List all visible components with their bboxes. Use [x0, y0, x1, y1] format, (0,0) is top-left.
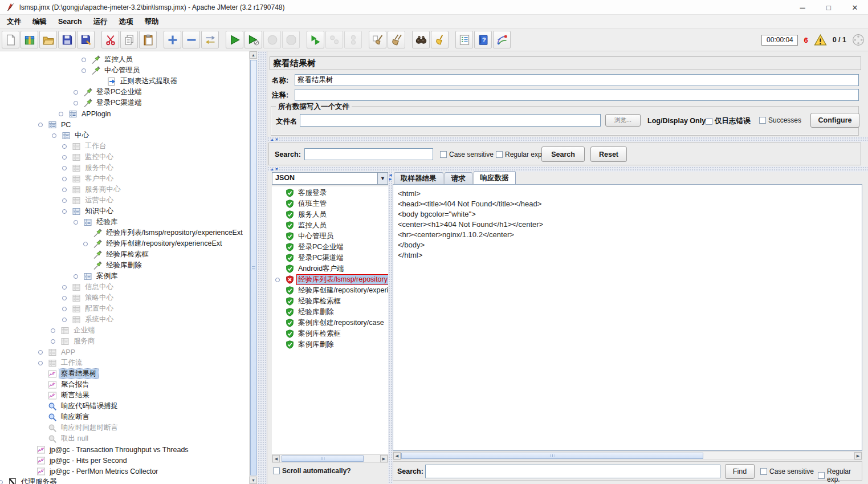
tree-node-label[interactable]: 企业端	[72, 326, 97, 335]
tree-node-label[interactable]: 经验库检索框	[104, 250, 150, 259]
scroll-automatically-checkbox[interactable]: Scroll automatically?	[273, 467, 351, 475]
expand-knob-icon[interactable]	[59, 112, 63, 116]
templates-button[interactable]	[21, 31, 38, 48]
clear-all-button[interactable]	[388, 31, 405, 48]
tree-node-label[interactable]: 策略中心	[83, 293, 115, 303]
tree-node-label[interactable]: 工作台	[83, 141, 108, 151]
results-splitter[interactable]: ◀▶	[388, 171, 393, 484]
tree-node-label[interactable]: 配置中心	[83, 304, 115, 314]
expand-knob-icon[interactable]	[62, 296, 67, 300]
result-node-label[interactable]: 登录PC企业端	[297, 242, 345, 252]
tree-node[interactable]: jp@gc - Transaction Throughput vs Thread…	[0, 444, 249, 455]
expand-knob-icon[interactable]	[62, 318, 67, 322]
scroll-right-icon[interactable]: ▶	[854, 452, 862, 459]
result-node[interactable]: 服务人员	[272, 209, 388, 220]
tree-node-label[interactable]: 案例库	[95, 271, 120, 281]
expand-knob-icon[interactable]	[0, 480, 3, 484]
tree-node[interactable]: 策略中心	[0, 292, 249, 303]
tree-node[interactable]: PC	[0, 119, 249, 130]
tree-node[interactable]: 企业端	[0, 325, 249, 336]
search-button[interactable]	[412, 31, 430, 48]
minimize-button[interactable]: ─	[789, 0, 816, 15]
results-horizontal-scrollbar[interactable]: ◀ ▶	[272, 454, 388, 463]
tree-node[interactable]: 聚合报告	[0, 379, 249, 390]
tree-node-label[interactable]: 经验库	[95, 217, 120, 227]
tree-node[interactable]: 响应代码错误捕捉	[0, 401, 249, 412]
tree-node[interactable]: 经验库检索框	[0, 249, 249, 260]
tree-node-label[interactable]: 响应时间超时断言	[59, 423, 120, 433]
tree-node-label[interactable]: APP	[59, 348, 77, 356]
tree-node-label[interactable]: 断言结果	[59, 391, 91, 400]
tree-node[interactable]: 断言结果	[0, 390, 249, 401]
result-node-label[interactable]: 案例库删除	[297, 340, 335, 349]
tree-node[interactable]: 监控人员	[0, 54, 249, 65]
result-node-label[interactable]: 案例库创建/repository/case	[297, 318, 385, 328]
result-node-label[interactable]: 经验库检索框	[297, 296, 342, 306]
tree-node[interactable]: 经验库创建/repository/experienceExt	[0, 238, 249, 249]
result-node-label[interactable]: 监控人员	[297, 221, 328, 230]
tree-node-label[interactable]: 经验库列表/lsmsp/repository/experienceExt	[104, 228, 244, 238]
expand-knob-icon[interactable]	[83, 242, 88, 246]
tree-node[interactable]: 知识中心	[0, 206, 249, 217]
tab-response-data[interactable]: 响应数据	[474, 171, 516, 184]
tree-node[interactable]: 经验库列表/lsmsp/repository/experienceExt	[0, 227, 249, 238]
splitter-top[interactable]: ▲▼	[267, 137, 868, 142]
result-node[interactable]: 登录PC渠道端	[272, 253, 388, 263]
result-node-label[interactable]: 值班主管	[297, 199, 328, 209]
result-node[interactable]: 登录PC企业端	[272, 242, 388, 253]
tree-node-label[interactable]: 服务商	[72, 336, 97, 346]
tree-node[interactable]: 中心管理员	[0, 65, 249, 76]
tree-node[interactable]: 服务商中心	[0, 184, 249, 195]
open-button[interactable]	[39, 31, 57, 48]
expand-knob-icon[interactable]	[52, 133, 56, 138]
result-node-label[interactable]: 登录PC渠道端	[297, 253, 345, 263]
tree-node[interactable]: 工作流	[0, 357, 249, 368]
expand-button[interactable]	[164, 31, 181, 48]
tree-node-label[interactable]: 运营中心	[83, 196, 115, 205]
scroll-down-icon[interactable]: ▼	[250, 477, 257, 484]
scroll-left-icon[interactable]: ◀	[272, 455, 280, 462]
tree-node-label[interactable]: APPlogin	[80, 110, 112, 118]
tree-node[interactable]: 服务商	[0, 336, 249, 347]
tree-node-label[interactable]: 察看结果树	[59, 369, 99, 379]
expand-knob-icon[interactable]	[62, 285, 67, 290]
find-button[interactable]: Find	[725, 464, 755, 479]
tree-node-label[interactable]: 工作流	[59, 358, 84, 368]
expand-knob-icon[interactable]	[62, 307, 67, 311]
tree-node[interactable]: 经验库删除	[0, 260, 249, 271]
help-button[interactable]: ?	[474, 31, 492, 48]
reset-button[interactable]: Reset	[590, 147, 627, 162]
close-button[interactable]: ✕	[842, 0, 868, 15]
tree-node-label[interactable]: 正则表达式提取器	[119, 76, 179, 86]
tree-node-label[interactable]: 客户中心	[83, 174, 115, 184]
expand-knob-icon[interactable]	[62, 144, 67, 149]
main-splitter[interactable]	[258, 51, 267, 484]
tree-node-label[interactable]: 聚合报告	[59, 380, 91, 389]
expand-knob-icon[interactable]	[275, 278, 280, 282]
tree-node[interactable]: 响应断言	[0, 412, 249, 422]
result-node-label[interactable]: 经验库创建/repository/experi	[297, 286, 388, 295]
expand-knob-icon[interactable]	[74, 274, 78, 279]
warning-icon[interactable]	[814, 34, 827, 46]
tree-node[interactable]: 配置中心	[0, 303, 249, 314]
cut-button[interactable]	[101, 31, 119, 48]
tree-node[interactable]: 取出 null	[0, 433, 249, 444]
tree-node[interactable]: 运营中心	[0, 195, 249, 206]
tree-node-label[interactable]: 系统中心	[83, 315, 115, 324]
tree-node[interactable]: jp@gc - Hits per Second	[0, 455, 249, 466]
tree-node[interactable]: 服务中心	[0, 162, 249, 173]
tree-node-label[interactable]: 经验库创建/repository/experienceExt	[104, 239, 224, 249]
tree-node[interactable]: 案例库	[0, 271, 249, 282]
tree-node-label[interactable]: 中心	[73, 131, 91, 140]
result-node-label[interactable]: 经验库列表/lsmsp/repository	[297, 275, 388, 284]
result-node[interactable]: 案例库检索框	[272, 328, 388, 339]
save-as-button[interactable]	[77, 31, 95, 48]
result-node-label[interactable]: Android客户端	[297, 264, 345, 274]
tree-node-label[interactable]: jp@gc - Hits per Second	[48, 457, 129, 465]
tree-vertical-scrollbar[interactable]: ▲ ▼	[249, 51, 258, 484]
new-button[interactable]	[2, 31, 19, 48]
expand-knob-icon[interactable]	[38, 350, 43, 355]
result-node-label[interactable]: 经验库删除	[297, 307, 335, 317]
function-helper-button[interactable]	[455, 31, 473, 48]
tree-node-label[interactable]: 响应代码错误捕捉	[59, 401, 120, 411]
